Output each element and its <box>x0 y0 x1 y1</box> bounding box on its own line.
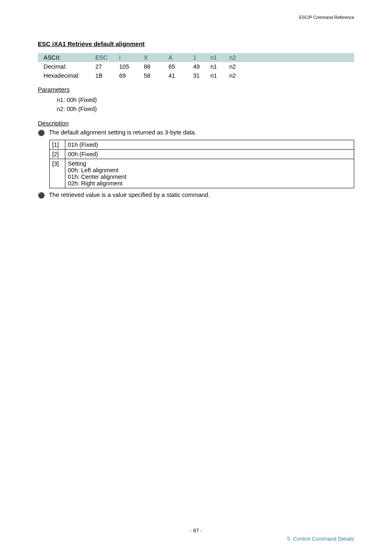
parameters-heading: Parameters <box>38 86 354 93</box>
bullet-text: The retrieved value is a value specified… <box>49 192 210 198</box>
bullet-text: The default alignment setting is returne… <box>49 129 196 136</box>
cell: 65 <box>168 62 193 71</box>
cell: 31 <box>193 71 210 80</box>
cell: A <box>168 53 193 62</box>
encoding-table: ASCII: ESC i X A 1 n1 n2 Decimal: 27 105… <box>38 53 354 80</box>
cell: 1 <box>193 53 210 62</box>
description-bullet: ⚫ The default alignment setting is retur… <box>38 129 354 137</box>
cell: n1 <box>210 53 229 62</box>
cell: 58 <box>144 71 168 80</box>
page-number: - 97 - <box>0 527 392 534</box>
cell: 69 <box>119 71 144 80</box>
param-n2: n2: 00h (Fixed) <box>57 104 354 113</box>
row-label: Hexadecimal: <box>38 71 95 80</box>
cell-index: [3] <box>50 159 65 188</box>
row-label: ASCII: <box>38 53 95 62</box>
description-heading: Description <box>38 120 354 127</box>
cell: 49 <box>193 62 210 71</box>
section-title: ESC iXA1 Retrieve default alignment <box>38 40 354 47</box>
bullet-icon: ⚫ <box>38 192 45 200</box>
cell-value: 01h (Fixed) <box>65 140 354 149</box>
cell: 1B <box>95 71 119 80</box>
cell: n1 <box>210 71 229 80</box>
cell: 41 <box>168 71 193 80</box>
page-header-ref: ESC/P Command Reference <box>299 15 354 20</box>
table-row: Decimal: 27 105 88 65 49 n1 n2 <box>38 62 354 71</box>
cell: X <box>144 53 168 62</box>
parameters-block: n1: 00h (Fixed) n2: 00h (Fixed) <box>38 95 354 114</box>
cell: n2 <box>229 62 354 71</box>
cell-value: 00h (Fixed) <box>65 149 354 159</box>
description-bullet: ⚫ The retrieved value is a value specifi… <box>38 192 354 200</box>
cell: n2 <box>229 71 354 80</box>
cell: n2 <box>229 53 354 62</box>
cell-value: Setting 00h: Left alignment 01h: Center … <box>65 159 354 188</box>
cell: 27 <box>95 62 119 71</box>
footer-chapter: 5. Control Command Details <box>287 536 354 542</box>
cell: 88 <box>144 62 168 71</box>
row-label: Decimal: <box>38 62 95 71</box>
cell: i <box>119 53 144 62</box>
cell: 105 <box>119 62 144 71</box>
table-row: Hexadecimal: 1B 69 58 41 31 n1 n2 <box>38 71 354 80</box>
cell: ESC <box>95 53 119 62</box>
cell-index: [1] <box>50 140 65 149</box>
table-row: [1] 01h (Fixed) <box>50 140 354 149</box>
param-n1: n1: 00h (Fixed) <box>57 95 354 104</box>
cell-index: [2] <box>50 149 65 159</box>
table-row: ASCII: ESC i X A 1 n1 n2 <box>38 53 354 62</box>
table-row: [3] Setting 00h: Left alignment 01h: Cen… <box>50 159 354 188</box>
table-row: [2] 00h (Fixed) <box>50 149 354 159</box>
return-bytes-table: [1] 01h (Fixed) [2] 00h (Fixed) [3] Sett… <box>49 140 354 188</box>
bullet-icon: ⚫ <box>38 129 45 137</box>
cell: n1 <box>210 62 229 71</box>
